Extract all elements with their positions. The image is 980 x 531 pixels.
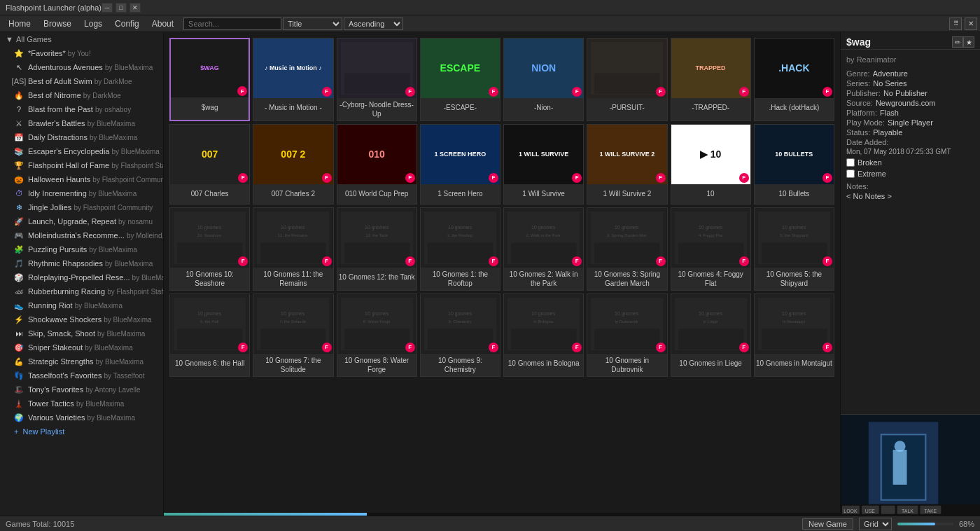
game-card[interactable]: 10 gnomes5: the Shipyard F 10 Gnomes 5: … — [754, 207, 834, 291]
sidebar-item-3[interactable]: 🔥Best of Nitrome by DarkMoe — [0, 88, 163, 102]
game-thumbnail: 10 gnomesin Dubrovnik F — [587, 294, 666, 354]
star-button[interactable]: ★ — [963, 36, 974, 48]
game-card[interactable]: 10 gnomes1: the Rooftop F 10 Gnomes 1: t… — [420, 207, 500, 291]
game-card[interactable]: TRAPPED F -TRAPPED- — [671, 38, 751, 121]
game-card[interactable]: .HACK F .Hack (dotHack) — [754, 38, 834, 121]
sidebar-item-9[interactable]: 🎃Halloween Haunts by Flashpoint Communit… — [0, 172, 163, 186]
scroll-progress — [164, 513, 367, 516]
menu-config[interactable]: Config — [109, 18, 145, 30]
game-card[interactable]: 10 gnomesin Montaigut F 10 Gnomes in Mon… — [754, 294, 834, 377]
flash-badge: F — [822, 87, 832, 97]
game-card[interactable]: ▶ 10 F 10 — [671, 124, 751, 205]
columns-icon[interactable]: ⠿ — [949, 18, 962, 30]
sidebar-item-14[interactable]: 🧩Puzzling Pursuits by BlueMaxima — [0, 242, 163, 256]
game-card[interactable]: ♪ Music in Motion ♪ F - Music in Motion … — [253, 38, 333, 121]
sidebar-item-16[interactable]: 🎲Roleplaying-Propelled Rese... by BlueMa… — [0, 270, 163, 284]
menu-about[interactable]: About — [146, 18, 179, 30]
menu-logs[interactable]: Logs — [78, 18, 108, 30]
sidebar-item-label-14: Puzzling Pursuits by BlueMaxima — [28, 245, 137, 254]
game-card[interactable]: 1 WILL SURVIVE F 1 Will Survive — [503, 124, 584, 205]
sidebar-item-7[interactable]: 📚Escaper's Encyclopedia by BlueMaxima — [0, 144, 163, 158]
game-card[interactable]: 10 gnomes9: Chemistry F 10 Gnomes 9: Che… — [420, 294, 500, 377]
sidebar-item-13[interactable]: 🎮Molleindustria's Recomme... by Molleind… — [0, 228, 163, 242]
sidebar-item-18[interactable]: 👟Running Riot by BlueMaxima — [0, 298, 163, 312]
sidebar-item-26[interactable]: 🌍Various Varieties by BlueMaxima — [0, 411, 163, 425]
sidebar-item-2[interactable]: [AS]Best of Adult Swim by DarkMoe — [0, 74, 163, 88]
game-card[interactable]: 010 F 010 World Cup Prep — [337, 124, 417, 205]
game-card[interactable]: 10 gnomesin Liege F 10 Gnomes in Liege — [671, 294, 751, 377]
game-card[interactable]: 007 F 007 Charles — [169, 124, 250, 205]
sidebar-item-20[interactable]: ⏭Skip, Smack, Shoot by BlueMaxima — [0, 326, 163, 340]
svg-text:8: Water Forge: 8: Water Forge — [363, 319, 391, 324]
new-game-button[interactable]: New Game — [802, 518, 853, 530]
sidebar-item-17[interactable]: 🏎Rubberburning Racing by Flashpoint Staf… — [0, 284, 163, 298]
new-playlist-button[interactable]: + New Playlist — [0, 425, 163, 439]
game-thumbnail: 007 2 F — [253, 125, 332, 184]
svg-rect-5 — [594, 73, 660, 94]
game-card[interactable]: F -Cyborg- Noodle Dress-Up — [337, 38, 417, 121]
game-card[interactable]: 10 gnomes7: the Solitude F 10 Gnomes 7: … — [253, 294, 333, 377]
game-card[interactable]: 10 gnomesin Bologna F 10 Gnomes in Bolog… — [503, 294, 584, 377]
game-card[interactable]: 1 WILL SURVIVE 2 F 1 Will Survive 2 — [587, 124, 667, 205]
game-thumbnail: 1 SCREEN HERO F — [421, 125, 500, 184]
svg-rect-98 — [881, 505, 895, 513]
sidebar-item-0[interactable]: ⭐*Favorites* by You! — [0, 46, 163, 60]
sidebar-item-25[interactable]: 🗼Tower Tactics by BlueMaxima — [0, 396, 163, 411]
sidebar-item-10[interactable]: ⏱Idly Incrementing by BlueMaxima — [0, 186, 163, 200]
game-card[interactable]: NION F -Nion- — [503, 38, 584, 121]
sidebar-item-4[interactable]: ?Blast from the Past by oshaboy — [0, 102, 163, 116]
settings-icon[interactable]: ✕ — [965, 18, 977, 30]
flash-badge: F — [739, 343, 749, 352]
sidebar-item-23[interactable]: 👣Tasselfoot's Favorites by Tasselfoot — [0, 368, 163, 382]
menu-browse[interactable]: Browse — [38, 18, 77, 30]
game-card[interactable]: 10 gnomes6: the Hall F 10 Gnomes 6: the … — [169, 294, 250, 377]
game-card[interactable]: 10 gnomes11: the Remains F 10 Gnomes 11:… — [253, 207, 333, 291]
game-card[interactable]: ESCAPE F -ESCAPE- — [420, 38, 500, 121]
extreme-checkbox[interactable] — [846, 170, 855, 178]
all-games-header[interactable]: ▼ All Games — [0, 32, 163, 46]
broken-checkbox[interactable] — [846, 158, 855, 167]
sort-select[interactable]: Title Date Added Rating — [283, 18, 342, 30]
game-card[interactable]: 10 gnomes3: Spring Garden Mar F 10 Gnome… — [587, 207, 667, 291]
sidebar-item-22[interactable]: 💪Strategic Strengths by BlueMaxima — [0, 354, 163, 368]
game-card[interactable]: 10 gnomes10: Seashore F 10 Gnomes 10: Se… — [169, 207, 250, 291]
sidebar-item-1[interactable]: ↖Adventurous Avenues by BlueMaxima — [0, 60, 163, 74]
search-input[interactable] — [183, 18, 281, 30]
game-title: 1 Will Survive 2 — [587, 184, 666, 204]
sidebar-item-19[interactable]: ⚡Shockwave Shockers by BlueMaxima — [0, 312, 163, 326]
game-thumbnail: 10 gnomes5: the Shipyard F — [755, 208, 834, 268]
svg-rect-85 — [762, 329, 827, 350]
sidebar-item-6[interactable]: 📅Daily Distractions by BlueMaxima — [0, 130, 163, 144]
game-card[interactable]: 10 gnomes4: Foggy Flat F 10 Gnomes 4: Fo… — [671, 207, 751, 291]
game-title: 10 Gnomes 6: the Hall — [170, 354, 249, 373]
game-card[interactable]: 1 SCREEN HERO F 1 Screen Hero — [420, 124, 500, 205]
edit-button[interactable]: ✏ — [952, 36, 963, 48]
view-select[interactable]: Grid List — [859, 518, 892, 530]
svg-rect-45 — [762, 242, 827, 263]
sidebar-item-24[interactable]: 🎩Tony's Favorites by Antony Lavelle — [0, 382, 163, 396]
menu-home[interactable]: Home — [3, 18, 36, 30]
game-card[interactable]: 007 2 F 007 Charles 2 — [253, 124, 333, 205]
sidebar-item-12[interactable]: 🚀Launch, Upgrade, Repeat by nosamu — [0, 214, 163, 228]
maximize-button[interactable]: □ — [115, 3, 127, 13]
sidebar-item-8[interactable]: 🏆Flashpoint Hall of Fame by Flashpoint S… — [0, 158, 163, 172]
game-card[interactable]: $WAG F $wag — [169, 38, 250, 121]
game-thumbnail: 010 F — [337, 125, 416, 184]
sidebar-item-21[interactable]: 🎯Sniper Stakeout by BlueMaxima — [0, 340, 163, 354]
game-card[interactable]: F -PURSUIT- — [587, 38, 667, 121]
game-card[interactable]: 10 gnomes8: Water Forge F 10 Gnomes 8: W… — [337, 294, 417, 377]
sidebar-item-5[interactable]: ⚔Brawler's Battles by BlueMaxima — [0, 116, 163, 130]
game-card[interactable]: 10 BULLETS F 10 Bullets — [754, 124, 834, 205]
game-card[interactable]: 10 gnomes12: the Tank F 10 Gnomes 12: th… — [337, 207, 417, 291]
order-select[interactable]: Ascending Descending — [344, 18, 403, 30]
progress-section — [164, 513, 840, 516]
all-games-icon: ▼ — [6, 35, 13, 43]
content-area: $WAG F $wag ♪ Music in Motion ♪ F - Musi… — [164, 32, 840, 516]
game-card[interactable]: 10 gnomesin Dubrovnik F 10 Gnomes in Dub… — [587, 294, 667, 377]
minimize-button[interactable]: ─ — [102, 3, 113, 13]
sidebar-item-15[interactable]: 🎵Rhythmic Rhapsodies by BlueMaxima — [0, 256, 163, 270]
sidebar-item-11[interactable]: ❄Jingle Jollies by Flashpoint Community — [0, 200, 163, 214]
flash-badge: F — [322, 256, 332, 266]
game-card[interactable]: 10 gnomes2: Walk in the Park F 10 Gnomes… — [503, 207, 584, 291]
close-button[interactable]: ✕ — [130, 3, 141, 13]
